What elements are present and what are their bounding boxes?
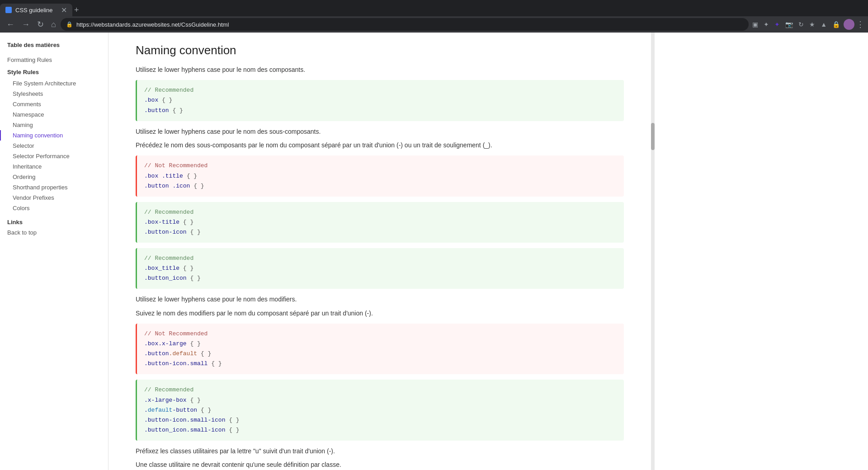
code-line-9: .box.x-large { } — [144, 339, 617, 349]
code-line-12: .x-large-box { } — [144, 395, 617, 405]
sidebar-item-colors[interactable]: Colors — [0, 203, 108, 213]
code-line-4: .button .icon { } — [144, 181, 617, 191]
code-block-1: // Recommended .box { } .button { } — [136, 80, 624, 121]
code-comment-4: // Recommended — [144, 254, 617, 263]
code-block-4: // Recommended .box_title { } .button_ic… — [136, 248, 624, 289]
code-line-13: .default-button { } — [144, 405, 617, 415]
paragraph-4: Utilisez le lower hyphens case pour le n… — [136, 294, 624, 304]
sidebar-item-selector-performance[interactable]: Selector Performance — [0, 151, 108, 161]
navigation-bar: ← → ↻ ⌂ 🔒 https://webstandards.azurewebs… — [0, 16, 868, 33]
paragraph-2: Utilisez le lower hyphens case pour le n… — [136, 127, 624, 136]
sidebar-item-file-system[interactable]: File System Architecture — [0, 78, 108, 89]
sidebar-item-formatting-rules[interactable]: Formatting Rules — [0, 54, 108, 66]
code-line-8: .button_icon { } — [144, 273, 617, 283]
sidebar-item-comments[interactable]: Comments — [0, 99, 108, 109]
sidebar-item-naming[interactable]: Naming — [0, 120, 108, 130]
code-block-5: // Not Recommended .box.x-large { } .but… — [136, 324, 624, 374]
browser-icon-1[interactable]: ✦ — [762, 19, 771, 30]
security-lock-icon: 🔒 — [66, 21, 73, 28]
code-block-3: // Recommended .box-title { } .button-ic… — [136, 202, 624, 243]
paragraph-1: Utilisez le lower hyphens case pour le n… — [136, 65, 624, 75]
reload-button[interactable]: ↻ — [34, 18, 47, 31]
back-button[interactable]: ← — [4, 18, 17, 31]
sidebar-item-shorthand[interactable]: Shorthand properties — [0, 182, 108, 193]
tab-favicon — [5, 7, 12, 13]
code-line-7: .box_title { } — [144, 263, 617, 273]
browser-menu-button[interactable]: ⋮ — [856, 19, 864, 29]
home-button[interactable]: ⌂ — [48, 18, 59, 31]
new-tab-button[interactable]: + — [74, 4, 79, 16]
tab-close-button[interactable]: ✕ — [61, 6, 67, 14]
scrollbar[interactable] — [651, 33, 655, 470]
paragraph-7: Une classe utilitaire ne devrait conteni… — [136, 460, 624, 470]
extensions-button[interactable]: ▣ — [750, 19, 760, 30]
browser-toolbar: ▣ ✦ ✦ 📷 ↻ ★ ▲ 🔒 ⋮ — [750, 19, 864, 30]
browser-icon-5[interactable]: ★ — [807, 19, 817, 30]
code-comment-6: // Recommended — [144, 385, 617, 395]
browser-chrome: CSS guideline ✕ + ← → ↻ ⌂ 🔒 https://webs… — [0, 0, 868, 33]
browser-icon-4[interactable]: ↻ — [797, 19, 806, 30]
code-line-1: .box { } — [144, 95, 617, 105]
paragraph-5: Suivez le nom des modifiers par le nom d… — [136, 308, 624, 318]
browser-icon-6[interactable]: ▲ — [819, 19, 829, 30]
code-comment-3: // Recommended — [144, 207, 617, 217]
forward-button[interactable]: → — [19, 18, 33, 31]
code-line-3: .box .title { } — [144, 171, 617, 181]
sidebar-item-namespace[interactable]: Namespace — [0, 109, 108, 120]
code-line-15: .button_icon.small-icon { } — [144, 425, 617, 435]
sidebar-item-inheritance[interactable]: Inheritance — [0, 161, 108, 172]
code-line-2: .button { } — [144, 106, 617, 116]
code-line-14: .button-icon.small-icon { } — [144, 415, 617, 425]
code-comment-2: // Not Recommended — [144, 161, 617, 171]
page-layout: Table des matières Formatting Rules Styl… — [0, 33, 868, 470]
scroll-thumb[interactable] — [651, 123, 655, 150]
links-section-title: Links — [0, 213, 108, 227]
tab-title: CSS guideline — [15, 7, 57, 14]
code-block-6: // Recommended .x-large-box { } .default… — [136, 380, 624, 440]
paragraph-6: Préfixez les classes utilitaires par la … — [136, 446, 624, 456]
active-tab[interactable]: CSS guideline ✕ — [0, 4, 72, 16]
back-to-top-link[interactable]: Back to top — [0, 227, 108, 238]
sidebar-item-vendor[interactable]: Vendor Prefixes — [0, 193, 108, 203]
browser-icon-7[interactable]: 🔒 — [830, 19, 842, 30]
code-line-5: .box-title { } — [144, 217, 617, 227]
browser-icon-3[interactable]: 📷 — [783, 19, 795, 30]
sidebar-item-style-rules[interactable]: Style Rules — [0, 66, 108, 78]
code-line-6: .button-icon { } — [144, 227, 617, 237]
code-line-11: .button-icon.small { } — [144, 359, 617, 369]
profile-avatar[interactable] — [844, 19, 854, 30]
paragraph-3: Précédez le nom des sous-composants par … — [136, 140, 624, 150]
code-line-10: .button.default { } — [144, 349, 617, 359]
sidebar: Table des matières Formatting Rules Styl… — [0, 33, 108, 470]
toc-title: Table des matières — [0, 40, 108, 54]
code-comment-5: // Not Recommended — [144, 329, 617, 339]
sidebar-item-naming-convention[interactable]: Naming convention — [0, 130, 108, 141]
url-bar[interactable]: 🔒 https://webstandards.azurewebsites.net… — [61, 18, 749, 31]
code-block-2: // Not Recommended .box .title { } .butt… — [136, 155, 624, 196]
page-heading: Naming convention — [136, 43, 624, 57]
sidebar-item-ordering[interactable]: Ordering — [0, 172, 108, 182]
sidebar-item-stylesheets[interactable]: Stylesheets — [0, 89, 108, 99]
tab-bar: CSS guideline ✕ + — [0, 0, 868, 16]
url-text: https://webstandards.azurewebsites.net/C… — [76, 21, 743, 28]
sidebar-item-selector[interactable]: Selector — [0, 141, 108, 151]
code-comment-1: // Recommended — [144, 85, 617, 95]
main-content: Naming convention Utilisez le lower hyph… — [108, 33, 651, 470]
browser-icon-2[interactable]: ✦ — [773, 19, 782, 30]
